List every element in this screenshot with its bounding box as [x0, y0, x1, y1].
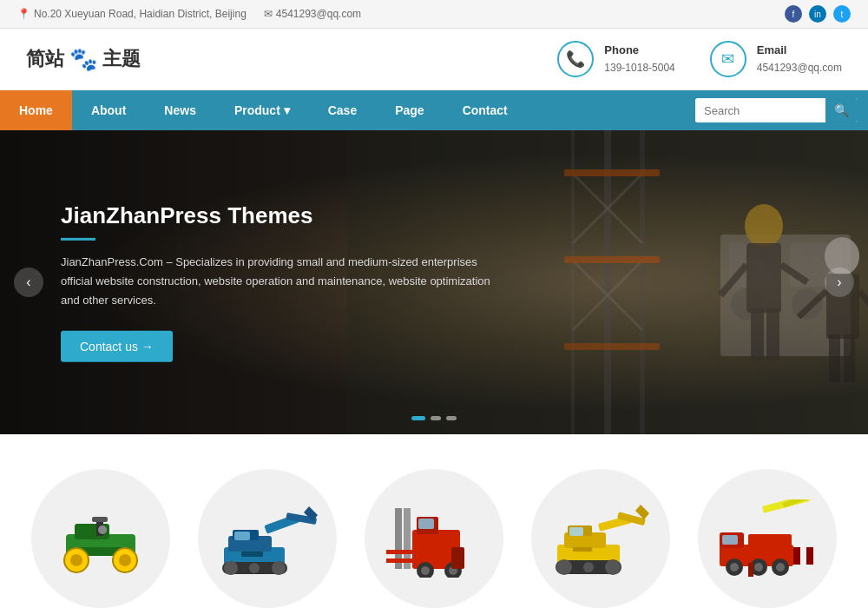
product-three[interactable]: Product Three [184, 460, 351, 608]
svg-rect-60 [418, 519, 434, 529]
search-area: 🔍 [685, 91, 868, 129]
phone-contact: 📞 Phone 139-1018-5004 [557, 41, 674, 77]
svg-rect-88 [748, 563, 753, 577]
products-grid: Product Two [17, 460, 851, 608]
svg-rect-48 [234, 532, 250, 540]
product-six-image [698, 469, 837, 608]
svg-rect-49 [241, 552, 263, 557]
svg-rect-76 [748, 534, 792, 547]
nav-page[interactable]: Page [376, 90, 443, 130]
svg-point-34 [119, 554, 131, 566]
svg-point-32 [70, 554, 82, 566]
svg-rect-73 [573, 547, 592, 552]
phone-icon: 📞 [557, 41, 594, 77]
svg-rect-80 [806, 547, 813, 565]
hero-dot-3[interactable] [446, 416, 457, 420]
excavator-blue-icon [215, 499, 319, 578]
nav-news[interactable]: News [145, 90, 215, 130]
svg-point-71 [583, 562, 594, 572]
hero-title: JianZhanPress Themes [61, 202, 495, 229]
navbar: Home About News Product ▾ Case Page Cont… [0, 90, 868, 130]
topbar-info: 📍 No.20 Xueyuan Road, Haidian District, … [17, 8, 361, 20]
search-button[interactable]: 🔍 [825, 98, 858, 122]
svg-point-82 [730, 563, 739, 572]
product-six[interactable]: Product Six [684, 460, 851, 608]
hero-next-button[interactable]: › [825, 268, 854, 297]
svg-point-57 [421, 566, 430, 575]
nav-about[interactable]: About [72, 90, 145, 130]
hero-section: JianZhanPress Themes JianZhanPress.Com –… [0, 130, 868, 434]
svg-rect-54 [386, 558, 412, 563]
svg-rect-61 [451, 547, 464, 569]
forklift-icon [382, 499, 486, 578]
svg-point-37 [98, 525, 107, 534]
nav-items: Home About News Product ▾ Case Page Cont… [0, 90, 685, 130]
twitter-link[interactable]: t [833, 5, 851, 23]
hero-description: JianZhanPress.Com – Specializes in provi… [61, 253, 495, 310]
logo[interactable]: 简站 🐾 主题 [26, 46, 141, 73]
product-three-image [198, 469, 337, 608]
logo-text-right: 主题 [102, 46, 141, 72]
hero-divider [61, 238, 95, 241]
phone-info: Phone 139-1018-5004 [604, 42, 674, 76]
logo-text-left: 简站 [26, 46, 64, 72]
hero-dot-1[interactable] [411, 416, 425, 420]
products-section: Product Two [0, 434, 868, 608]
linkedin-link[interactable]: in [809, 5, 826, 23]
email-icon: ✉ [264, 8, 273, 20]
svg-rect-87 [722, 535, 738, 545]
svg-point-84 [754, 563, 763, 572]
lawn-mower-icon [49, 499, 153, 578]
hero-prev-button[interactable]: ‹ [14, 268, 43, 297]
logo-paw-icon: 🐾 [69, 46, 97, 73]
crane-truck-icon [715, 499, 819, 578]
address-info: 📍 No.20 Xueyuan Road, Haidian District, … [17, 8, 247, 20]
hero-dots [411, 416, 457, 420]
search-box: 🔍 [695, 98, 858, 122]
nav-contact[interactable]: Contact [444, 90, 527, 130]
svg-point-47 [249, 563, 260, 573]
product-four-image [365, 469, 503, 608]
svg-point-70 [605, 559, 621, 575]
header: 简站 🐾 主题 📞 Phone 139-1018-5004 ✉ Email 45… [0, 29, 868, 90]
product-two-image [31, 469, 170, 608]
svg-rect-79 [793, 547, 800, 565]
email-contact: ✉ Email 4541293@qq.com [710, 41, 842, 77]
topbar: 📍 No.20 Xueyuan Road, Haidian District, … [0, 0, 868, 29]
svg-rect-72 [569, 527, 583, 536]
svg-point-46 [272, 561, 286, 575]
svg-rect-55 [386, 550, 412, 554]
email-info: ✉ 4541293@qq.com [264, 8, 361, 20]
email-info: Email 4541293@qq.com [757, 42, 842, 76]
svg-rect-36 [92, 517, 108, 522]
product-five-image [531, 469, 670, 608]
header-contact: 📞 Phone 139-1018-5004 ✉ Email 4541293@qq… [557, 41, 842, 77]
search-input[interactable] [695, 99, 825, 122]
product-five[interactable]: Product Five [517, 460, 684, 608]
product-two[interactable]: Product Two [17, 460, 184, 608]
nav-case[interactable]: Case [309, 90, 376, 130]
excavator-yellow-icon [549, 499, 653, 578]
svg-point-69 [556, 559, 572, 575]
hero-content: JianZhanPress Themes JianZhanPress.Com –… [61, 202, 495, 362]
social-links: f in t [785, 5, 851, 23]
contact-us-button[interactable]: Contact us → [61, 331, 173, 362]
mail-icon: ✉ [710, 41, 746, 77]
svg-point-45 [224, 561, 238, 575]
nav-product[interactable]: Product ▾ [215, 90, 309, 130]
hero-dot-2[interactable] [431, 416, 441, 420]
svg-point-86 [776, 563, 785, 572]
nav-home[interactable]: Home [0, 90, 72, 130]
location-icon: 📍 [17, 8, 30, 20]
facebook-link[interactable]: f [785, 5, 802, 23]
product-four[interactable]: Product Four [351, 460, 517, 608]
